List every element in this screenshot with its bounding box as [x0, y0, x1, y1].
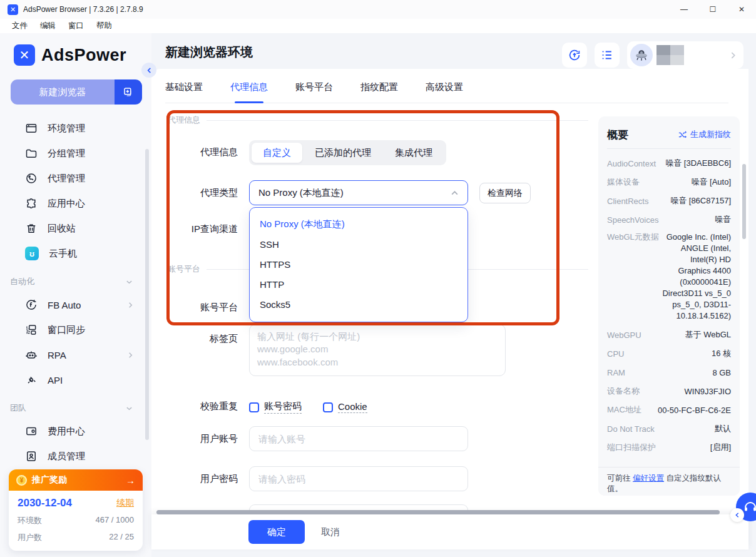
caret-down-icon	[126, 405, 133, 412]
tab-basic-settings[interactable]: 基础设置	[165, 75, 203, 103]
sidebar-item-fb-auto[interactable]: FB Auto	[0, 292, 151, 317]
close-button[interactable]: ✕	[727, 0, 756, 19]
sidebar-item-groups[interactable]: 分组管理	[0, 141, 151, 166]
sync-button[interactable]	[562, 43, 587, 68]
sidebar-item-proxies[interactable]: 代理管理	[0, 166, 151, 191]
tab-fingerprint[interactable]: 指纹配置	[360, 75, 398, 103]
preferences-link[interactable]: 偏好设置	[633, 474, 664, 483]
promo-card: ¥ 推广奖励 → 2030-12-04 续期 环境数 467 / 1000 用户…	[9, 469, 143, 551]
tab-proxy-info[interactable]: 代理信息	[230, 75, 268, 103]
chevron-up-icon	[451, 189, 459, 197]
menu-file[interactable]: 文件	[6, 19, 33, 33]
sidebar-item-label: 成员管理	[48, 451, 85, 462]
option-no-proxy[interactable]: No Proxy (本地直连)	[250, 214, 467, 234]
chat-collapse-button[interactable]	[730, 508, 744, 522]
promo-title: 推广奖励	[32, 474, 67, 486]
checkbox-label: 账号密码	[264, 401, 302, 414]
sidebar-item-label: 云手机	[49, 248, 77, 260]
option-https[interactable]: HTTPS	[250, 254, 467, 274]
summary-rows: AudioContext噪音 [3DAEBBC6] 媒体设备噪音 [Auto] …	[607, 154, 731, 462]
summary-title: 概要	[607, 128, 628, 142]
globe-icon	[25, 172, 38, 185]
account-platform-label: 账号平台	[164, 302, 238, 314]
chevron-right-icon	[127, 302, 134, 309]
brand-name: AdsPower	[41, 46, 126, 65]
renew-link[interactable]: 续期	[116, 498, 134, 509]
new-browser-button[interactable]: 新建浏览器	[11, 79, 142, 105]
sidebar-item-api[interactable]: API	[0, 367, 151, 392]
proxy-type-label: 代理类型	[164, 187, 238, 199]
username-input[interactable]	[249, 426, 468, 451]
option-ssh[interactable]: SSH	[250, 234, 467, 254]
check-duplicate-label: 校验重复	[164, 401, 238, 412]
account-pill[interactable]	[627, 41, 743, 69]
tab-advanced[interactable]: 高级设置	[426, 75, 463, 103]
sidebar-scrollbar[interactable]	[145, 149, 149, 440]
menu-edit[interactable]: 编辑	[34, 19, 61, 33]
confirm-button[interactable]: 确定	[248, 520, 305, 544]
password-input[interactable]	[249, 466, 468, 491]
dup-cookie-option[interactable]: Cookie	[323, 401, 367, 413]
sidebar-item-label: 分组管理	[48, 148, 85, 160]
promo-arrow-icon[interactable]: →	[126, 475, 135, 486]
shuffle-icon	[678, 130, 687, 140]
sidebar-item-window-sync[interactable]: 窗口同步	[0, 317, 151, 342]
sidebar-item-members[interactable]: 成员管理	[0, 444, 151, 469]
sidebar-item-label: 费用中心	[48, 426, 85, 437]
new-browser-label[interactable]: 新建浏览器	[11, 79, 115, 105]
horizontal-scrollbar[interactable]	[156, 510, 720, 514]
proxy-section-legend: 代理信息	[168, 115, 588, 126]
minimize-button[interactable]: —	[670, 0, 698, 19]
promo-banner[interactable]: ¥ 推广奖励 →	[9, 469, 143, 491]
cloud-phone-icon: ʊ	[25, 247, 39, 260]
coin-icon: ¥	[16, 475, 27, 486]
expiry-date: 2030-12-04	[18, 497, 72, 509]
sidebar-item-label: 环境管理	[48, 123, 85, 135]
app-logo-icon: ✕	[8, 4, 18, 15]
menu-help[interactable]: 帮助	[91, 19, 118, 33]
new-browser-plus-icon[interactable]	[115, 79, 142, 105]
check-network-button[interactable]: 检查网络	[479, 183, 531, 203]
sidebar-item-trash[interactable]: 回收站	[0, 216, 151, 241]
tab-account-platform[interactable]: 账号平台	[295, 75, 333, 103]
blurred-username	[656, 45, 684, 65]
proxy-info-label: 代理信息	[164, 146, 238, 158]
tab-bar: 基础设置 代理信息 账号平台 指纹配置 高级设置	[165, 75, 728, 103]
segment-added-proxies[interactable]: 已添加的代理	[304, 143, 382, 163]
sidebar-item-label: 回收站	[48, 223, 76, 235]
sidebar-item-label: API	[48, 375, 63, 386]
os-titlebar: ✕ AdsPower Browser | 7.3.26 | 2.7.8.9 — …	[0, 0, 756, 19]
segment-integrated-proxy[interactable]: 集成代理	[384, 143, 444, 163]
menu-window[interactable]: 窗口	[63, 19, 89, 33]
sidebar-item-label: 应用中心	[48, 198, 85, 210]
sidebar-item-label: FB Auto	[48, 300, 81, 310]
option-http[interactable]: HTTP	[250, 274, 467, 294]
proxy-type-select[interactable]: No Proxy (本地直连)	[249, 180, 468, 205]
sidebar-item-app-center[interactable]: 应用中心	[0, 191, 151, 216]
cancel-button[interactable]: 取消	[321, 526, 340, 538]
sidebar-item-environments[interactable]: 环境管理	[0, 116, 151, 141]
arrow-left-icon	[734, 512, 740, 518]
sidebar-item-rpa[interactable]: RPA	[0, 342, 151, 367]
tabs-page-label: 标签页	[164, 333, 238, 345]
env-count-row: 环境数 467 / 1000	[18, 515, 134, 526]
checkbox-account-password[interactable]	[249, 402, 259, 412]
segment-custom[interactable]: 自定义	[252, 143, 302, 163]
maximize-button[interactable]: ☐	[698, 0, 727, 19]
section-team[interactable]: 团队	[0, 397, 151, 419]
sidebar-collapse-button[interactable]	[141, 63, 156, 78]
start-urls-textarea[interactable]	[249, 324, 506, 376]
sidebar-item-cloud-phone[interactable]: ʊ 云手机	[0, 241, 151, 266]
content-scrollbar[interactable]	[742, 164, 746, 239]
section-automation[interactable]: 自动化	[0, 271, 151, 292]
chevron-left-icon	[146, 67, 153, 74]
option-socks5[interactable]: Socks5	[250, 294, 467, 314]
checkbox-cookie[interactable]	[323, 402, 333, 412]
sidebar-item-billing[interactable]: 费用中心	[0, 419, 151, 444]
list-button[interactable]	[595, 43, 620, 68]
dup-account-password-option[interactable]: 账号密码	[249, 401, 302, 414]
env-count-label: 环境数	[18, 515, 42, 526]
generate-fingerprint-link[interactable]: 生成新指纹	[678, 129, 731, 140]
ip-channel-label: IP查询渠道	[164, 223, 238, 235]
puzzle-icon	[25, 197, 38, 210]
